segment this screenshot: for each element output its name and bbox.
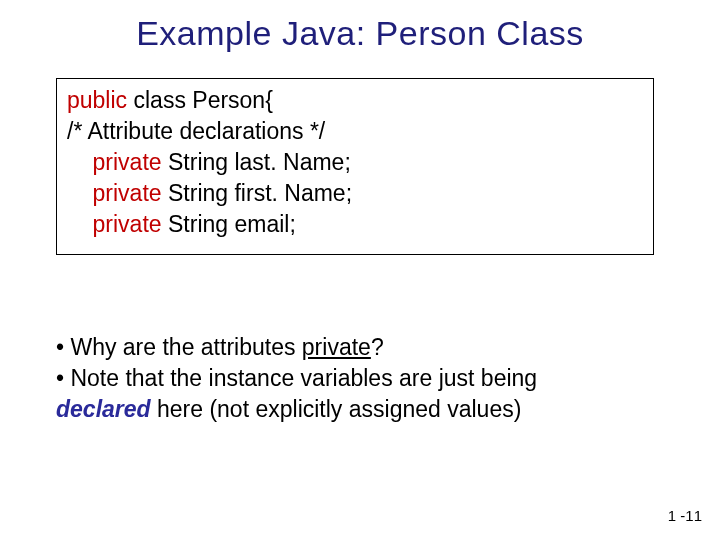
keyword-public: public	[67, 87, 127, 113]
bullet-3: declared here (not explicitly assigned v…	[56, 394, 666, 425]
bullet-2: • Note that the instance variables are j…	[56, 363, 666, 394]
code-line-3: private String last. Name;	[67, 147, 643, 178]
code-text: String email;	[162, 211, 296, 237]
code-line-5: private String email;	[67, 209, 643, 240]
code-box: public class Person{ /* Attribute declar…	[56, 78, 654, 255]
keyword-private: private	[93, 149, 162, 175]
bullet-list: • Why are the attributes private? • Note…	[56, 332, 666, 425]
bullet-text: ?	[371, 334, 384, 360]
underlined-word: private	[302, 334, 371, 360]
keyword-private: private	[93, 211, 162, 237]
code-line-2: /* Attribute declarations */	[67, 116, 643, 147]
slide: Example Java: Person Class public class …	[0, 0, 720, 540]
slide-title: Example Java: Person Class	[0, 14, 720, 53]
keyword-private: private	[93, 180, 162, 206]
page-number: 1 -11	[668, 507, 702, 524]
code-line-4: private String first. Name;	[67, 178, 643, 209]
indent	[67, 180, 93, 206]
code-text: String first. Name;	[162, 180, 352, 206]
code-line-1: public class Person{	[67, 85, 643, 116]
emphasized-word: declared	[56, 396, 151, 422]
bullet-text: • Why are the attributes	[56, 334, 302, 360]
bullet-1: • Why are the attributes private?	[56, 332, 666, 363]
indent	[67, 149, 93, 175]
indent	[67, 211, 93, 237]
code-text: class Person{	[127, 87, 273, 113]
code-text: String last. Name;	[162, 149, 351, 175]
bullet-text: here (not explicitly assigned values)	[151, 396, 522, 422]
